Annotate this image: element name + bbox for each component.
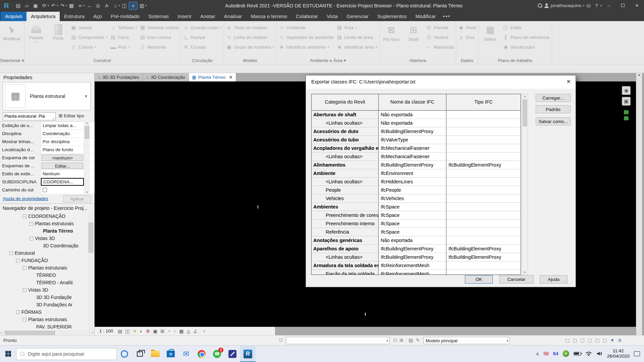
design-option-combo[interactable]: Modelo principal▾ bbox=[423, 337, 510, 344]
tree-item-terreo[interactable]: TÉRREO bbox=[0, 272, 88, 279]
ifc-table-row[interactable]: Aberturas de shaftNão exportada bbox=[312, 111, 521, 119]
tree-item-estrutural[interactable]: −Estrutural bbox=[0, 249, 88, 257]
collapse-icon[interactable]: − bbox=[30, 222, 33, 226]
revit-category-cell[interactable]: <Linhas ocultas> bbox=[312, 153, 379, 161]
property-value[interactable] bbox=[41, 186, 84, 194]
collapse-icon[interactable]: − bbox=[16, 310, 20, 314]
scroll-thumb[interactable] bbox=[523, 100, 527, 126]
ribbon-tab-suplementos[interactable]: Suplementos bbox=[373, 12, 411, 21]
switch-windows-icon-arrow[interactable]: ▾ bbox=[145, 4, 147, 7]
minimize-button[interactable]: – bbox=[602, 0, 616, 11]
revit-category-cell[interactable]: Alinhamentos bbox=[312, 161, 379, 169]
tag-icon[interactable]: ◎ bbox=[94, 2, 102, 9]
revit-category-cell[interactable]: Vehicles bbox=[312, 194, 379, 202]
ifc-table-row[interactable]: AmbientesIfcSpace bbox=[312, 203, 521, 211]
ifc-table-row[interactable]: ReferênciaIfcSpace bbox=[312, 228, 521, 236]
ifc-type-cell[interactable] bbox=[446, 178, 521, 186]
ifc-table-row[interactable]: Anotações genéricasNão exportada bbox=[312, 236, 521, 245]
hide-analytical-icon[interactable]: ◬ bbox=[187, 328, 191, 334]
tray-counter-blue[interactable]: 64 bbox=[553, 351, 558, 356]
ifc-type-cell[interactable] bbox=[446, 236, 521, 244]
revit-category-cell[interactable]: <Linhas ocultas> bbox=[312, 178, 379, 186]
ifc-class-cell[interactable]: IfcMechanicalFastener bbox=[379, 153, 446, 161]
sync-with-central-icon[interactable]: ⟳ bbox=[40, 2, 48, 9]
view-tab-close-icon[interactable]: ✕ bbox=[229, 75, 232, 80]
ribbon-button-forro[interactable]: ▤Forro bbox=[110, 34, 137, 41]
dialog-title-bar[interactable]: Exportar classes IFC: C:\Users\jonat\exp… bbox=[306, 75, 576, 89]
scroll-left-icon[interactable]: ‹ bbox=[204, 328, 205, 334]
section-icon[interactable]: ◫ bbox=[120, 2, 128, 9]
ifc-class-cell[interactable]: IfcBuildingElementProxy bbox=[379, 127, 446, 135]
worksets-icon[interactable]: ⛉ bbox=[279, 338, 283, 343]
ribbon-button-rampa[interactable]: ◺Rampa bbox=[183, 34, 222, 41]
property-value[interactable]: Coordenação bbox=[41, 130, 84, 137]
panel-label-modelo[interactable]: Modelo bbox=[224, 57, 276, 64]
ribbon-tab-analisar[interactable]: Analisar bbox=[219, 12, 246, 21]
ifc-table-row[interactable]: Fiação da tela soldadaIfcReinforcementMe… bbox=[312, 270, 521, 275]
design-options-icon[interactable]: ▤ bbox=[409, 338, 413, 343]
type-selector-arrow-icon[interactable]: ▼ bbox=[84, 94, 90, 98]
ribbon-button-plano-de-referencia[interactable]: ∥Plano de referência bbox=[503, 34, 550, 41]
tree-item-3d-fundacoes-ar[interactable]: 3D Fundações Ar bbox=[0, 301, 88, 308]
revit-category-cell[interactable]: People bbox=[312, 186, 379, 194]
clock[interactable]: 11:42 26/04/2020 bbox=[607, 348, 630, 359]
ifc-type-cell[interactable]: IfcBuildingElementProxy bbox=[446, 245, 521, 253]
collapse-icon[interactable]: − bbox=[9, 251, 13, 255]
file-explorer-icon[interactable] bbox=[148, 346, 163, 362]
save-as-button[interactable]: Salvar como... bbox=[536, 117, 571, 125]
scroll-up-icon[interactable]: ∧ bbox=[522, 95, 528, 98]
ribbon-button-area[interactable]: ▧Área▾ bbox=[336, 24, 377, 31]
ok-button[interactable]: OK bbox=[465, 275, 493, 284]
maximize-button[interactable] bbox=[616, 0, 630, 11]
revit-category-cell[interactable]: Ambientes bbox=[312, 203, 379, 211]
property-value[interactable]: Nenhum bbox=[41, 170, 84, 178]
ifc-class-cell[interactable]: IfcSpace bbox=[379, 228, 446, 236]
property-value[interactable]: Por disciplina bbox=[41, 138, 84, 145]
ifc-type-cell[interactable] bbox=[446, 186, 521, 194]
revit-category-cell[interactable]: <Linhas ocultas> bbox=[312, 119, 379, 127]
ifc-table-row[interactable]: VehiclesIfcVehicles bbox=[312, 194, 521, 203]
ifc-type-cell[interactable] bbox=[446, 211, 521, 219]
revit-category-cell[interactable]: Preenchimento de cores bbox=[312, 211, 379, 219]
ribbon-button-visualizador[interactable]: ◉Visualizador bbox=[503, 43, 550, 51]
ifc-table-row[interactable]: Preenchimento de coresIfcSpace bbox=[312, 211, 521, 220]
account-icon[interactable] bbox=[544, 3, 549, 8]
aligned-dimension-icon[interactable]: ↔ bbox=[85, 2, 93, 9]
collapse-icon[interactable]: − bbox=[30, 237, 33, 240]
tray-chevron-icon[interactable]: ∧ bbox=[536, 351, 539, 356]
select-links-icon[interactable]: ▢ bbox=[573, 338, 577, 343]
ribbon-button-telhado[interactable]: ⌂Telhado▾ bbox=[110, 24, 137, 31]
tree-item-terreo-analiti[interactable]: TÉRREO - Analíti bbox=[0, 279, 88, 286]
ribbon-tab-arquitetura[interactable]: Arquitetura bbox=[26, 12, 60, 21]
revit-category-cell[interactable]: Referência bbox=[312, 228, 379, 236]
ifc-class-cell[interactable]: IfcReinforcementMesh bbox=[379, 261, 446, 269]
volume-icon[interactable] bbox=[596, 351, 602, 356]
ribbon-tab-colaborar[interactable]: Colaborar bbox=[291, 12, 322, 21]
tree-item-fundacao[interactable]: −FUNDAÇÃO bbox=[0, 257, 88, 264]
revit-category-cell[interactable]: Preenchimento interno bbox=[312, 220, 379, 228]
show-crop-icon[interactable]: ⊞ bbox=[161, 328, 165, 334]
print-icon[interactable]: ▦ bbox=[67, 2, 75, 9]
shadows-icon[interactable]: ◐ bbox=[140, 328, 143, 334]
editing-requests-icon[interactable]: ⚇ bbox=[393, 338, 397, 343]
panel-label-plano-de-trabalho[interactable]: Plano de trabalho bbox=[479, 57, 552, 64]
signed-in-user[interactable]: jonathasaquino bbox=[551, 3, 582, 8]
ribbon-button-limite-de-area[interactable]: ▨Limite de área bbox=[336, 34, 377, 41]
task-view-icon[interactable] bbox=[132, 346, 148, 362]
ribbon-button-ambiente[interactable]: ◇Ambiente bbox=[279, 24, 334, 31]
ribbon-tab-vista[interactable]: Vista bbox=[322, 12, 342, 21]
apply-button[interactable]: Aplicar bbox=[63, 195, 91, 202]
tree-item-3d-coordenacao[interactable]: 3D Coordenação bbox=[0, 242, 88, 249]
ifc-table-row[interactable]: AmbienteIfcEnvironment bbox=[312, 169, 521, 178]
ifc-type-cell[interactable] bbox=[446, 144, 521, 152]
ribbon-button-shaft[interactable]: ⊞Shaft bbox=[404, 23, 423, 57]
save-icon[interactable]: ▣ bbox=[32, 2, 40, 9]
background-processes-icon[interactable]: ▢ bbox=[565, 338, 570, 343]
ribbon-button-mansarda[interactable]: ⌐Mansarda bbox=[426, 43, 454, 51]
ribbon-button-parede[interactable]: ⊟Parede bbox=[426, 24, 454, 31]
measure-icon[interactable]: ≍ bbox=[76, 2, 84, 9]
ifc-class-cell[interactable]: Não exportada bbox=[379, 111, 446, 119]
ifc-type-cell[interactable] bbox=[446, 270, 521, 275]
start-button[interactable] bbox=[0, 346, 16, 362]
ribbon-button-coluna[interactable]: ▯Coluna▾ bbox=[71, 43, 108, 51]
